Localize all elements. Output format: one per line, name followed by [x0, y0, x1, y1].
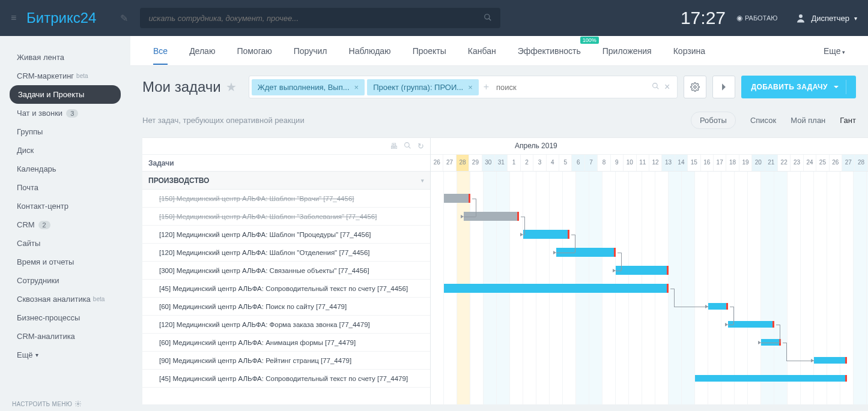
favorite-star-icon[interactable]: ★ — [226, 80, 237, 94]
add-task-button[interactable]: ДОБАВИТЬ ЗАДАЧУ — [741, 76, 856, 98]
beta-badge: beta — [93, 296, 105, 302]
print-icon[interactable]: 🖶 — [390, 142, 398, 151]
search-icon[interactable] — [652, 82, 660, 92]
tab-8[interactable]: Приложения — [592, 38, 663, 64]
filter-search-input[interactable] — [491, 83, 647, 92]
gantt-bar[interactable] — [728, 321, 774, 328]
sidebar-item-1[interactable]: CRM-маркетингbeta — [0, 67, 130, 85]
gantt-bar[interactable] — [444, 284, 669, 293]
grid-column — [669, 172, 682, 404]
counter-badge: 3 — [66, 109, 78, 118]
task-row[interactable]: [120] Медицинский центр АЛЬФА: Шаблон "О… — [142, 244, 430, 262]
robots-link[interactable]: Роботы — [691, 112, 736, 129]
clock-time[interactable]: 17:27 — [681, 8, 726, 28]
tab-0[interactable]: Все — [142, 38, 178, 64]
task-row[interactable]: [150] Медицинский центр АЛЬФА: Шаблон "З… — [142, 208, 430, 226]
main-area: ВсеДелаюПомогаюПоручилНаблюдаюПроектыКан… — [130, 36, 868, 411]
sidebar-item-12[interactable]: Сотрудники — [0, 271, 130, 290]
gear-button[interactable] — [684, 76, 706, 98]
user-menu[interactable]: Диспетчер — [795, 13, 857, 23]
grid-column — [748, 172, 761, 404]
day-header: 26 — [830, 155, 842, 171]
svg-point-4 — [653, 83, 658, 88]
filter-chip-project[interactable]: Проект (группа): ПРОИ...× — [367, 79, 479, 95]
app-logo[interactable]: Битрикс24 — [26, 10, 96, 26]
sidebar-item-5[interactable]: Диск — [0, 141, 130, 160]
gantt-chart-pane[interactable]: Апрель 2019 2627282930311234567891011121… — [431, 138, 868, 404]
task-row[interactable]: [120] Медицинский центр АЛЬФА: Форма зак… — [142, 316, 430, 334]
search-input[interactable] — [148, 14, 484, 23]
sidebar-item-7[interactable]: Почта — [0, 178, 130, 197]
task-row[interactable]: [45] Медицинский центр АЛЬФА: Сопроводит… — [142, 280, 430, 298]
close-icon[interactable]: × — [468, 83, 473, 92]
sidebar-item-14[interactable]: Бизнес-процессы — [0, 308, 130, 327]
tab-9[interactable]: Корзина — [663, 38, 716, 64]
task-row[interactable]: [90] Медицинский центр АЛЬФА: Рейтинг ст… — [142, 352, 430, 370]
sidebar-item-10[interactable]: Сайты — [0, 234, 130, 253]
tab-6[interactable]: Канбан — [457, 38, 507, 64]
tab-5[interactable]: Проекты — [402, 38, 457, 64]
day-header: 21 — [765, 155, 778, 171]
svg-point-7 — [405, 142, 410, 147]
tab-more[interactable]: Еще — [813, 38, 856, 64]
gantt-bar[interactable] — [616, 266, 669, 275]
beta-badge: beta — [76, 73, 88, 79]
plus-icon[interactable]: + — [481, 82, 491, 92]
view-myplan[interactable]: Мой план — [791, 116, 825, 125]
day-header: 18 — [726, 155, 739, 171]
gantt-bar[interactable] — [523, 230, 569, 239]
view-list[interactable]: Список — [750, 116, 776, 125]
sidebar-settings[interactable]: НАСТРОИТЬ МЕНЮ — [12, 400, 82, 407]
global-search[interactable] — [140, 8, 500, 28]
tab-2[interactable]: Помогаю — [226, 38, 282, 64]
gantt-bar[interactable] — [708, 303, 728, 310]
task-row[interactable]: [60] Медицинский центр АЛЬФА: Поиск по с… — [142, 298, 430, 316]
gantt-bar[interactable] — [814, 357, 847, 364]
sidebar-item-2[interactable]: Задачи и Проекты — [10, 85, 121, 104]
task-row[interactable]: [60] Медицинский центр АЛЬФА: Анимация ф… — [142, 334, 430, 352]
work-status[interactable]: РАБОТАЮ — [736, 14, 777, 22]
day-header: 14 — [675, 155, 688, 171]
sidebar-item-13[interactable]: Сквозная аналитикаbeta — [0, 290, 130, 308]
sidebar-item-8[interactable]: Контакт-центр — [0, 197, 130, 215]
day-header: 27 — [842, 155, 855, 171]
day-header: 7 — [585, 155, 598, 171]
robots-button[interactable] — [712, 76, 735, 98]
sidebar-item-16[interactable]: Ещё — [0, 346, 130, 364]
task-row[interactable]: [45] Медицинский центр АЛЬФА: Сопроводит… — [142, 370, 430, 388]
day-header: 19 — [739, 155, 752, 171]
zoom-icon[interactable] — [404, 142, 411, 151]
sidebar-item-11[interactable]: Время и отчеты — [0, 253, 130, 271]
tab-7[interactable]: Эффективность100% — [507, 38, 592, 64]
task-row[interactable]: [300] Медицинский центр АЛЬФА: Связанные… — [142, 262, 430, 280]
tab-1[interactable]: Делаю — [178, 38, 226, 64]
clear-icon[interactable]: × — [664, 82, 670, 92]
refresh-icon[interactable]: ↻ — [417, 142, 424, 151]
gantt-bar[interactable] — [444, 194, 470, 203]
task-group[interactable]: ПРОИЗВОДСТВО — [142, 172, 430, 190]
sidebar-item-9[interactable]: CRM2 — [0, 215, 130, 234]
user-name: Диспетчер — [811, 14, 849, 23]
search-icon[interactable] — [484, 13, 492, 23]
sidebar-item-3[interactable]: Чат и звонки3 — [0, 104, 130, 122]
edit-icon[interactable]: ✎ — [120, 13, 128, 24]
sidebar-item-4[interactable]: Группы — [0, 122, 130, 141]
task-row[interactable]: [150] Медицинский центр АЛЬФА: Шаблон "В… — [142, 190, 430, 208]
tab-3[interactable]: Поручил — [283, 38, 338, 64]
filter-chip-status[interactable]: Ждет выполнения, Вып...× — [252, 79, 365, 95]
tab-4[interactable]: Наблюдаю — [338, 38, 402, 64]
task-row[interactable]: [120] Медицинский центр АЛЬФА: Шаблон "П… — [142, 226, 430, 244]
chevron-down-icon[interactable] — [834, 86, 839, 88]
hamburger-icon[interactable]: ≡ — [11, 13, 20, 23]
gantt-bar[interactable] — [695, 375, 847, 382]
day-header: 23 — [791, 155, 803, 171]
view-gantt[interactable]: Гант — [840, 116, 856, 125]
task-filter[interactable]: Ждет выполнения, Вып...× Проект (группа)… — [249, 76, 678, 98]
close-icon[interactable]: × — [354, 83, 359, 92]
gantt-panel: 🖶 ↻ Задачи ПРОИЗВОДСТВО [150] Медицински… — [142, 137, 868, 404]
sidebar-item-6[interactable]: Календарь — [0, 160, 130, 178]
grid-column — [735, 172, 748, 404]
day-header: 28 — [855, 155, 867, 171]
sidebar-item-0[interactable]: Живая лента — [0, 48, 130, 67]
sidebar-item-15[interactable]: CRM-аналитика — [0, 327, 130, 346]
